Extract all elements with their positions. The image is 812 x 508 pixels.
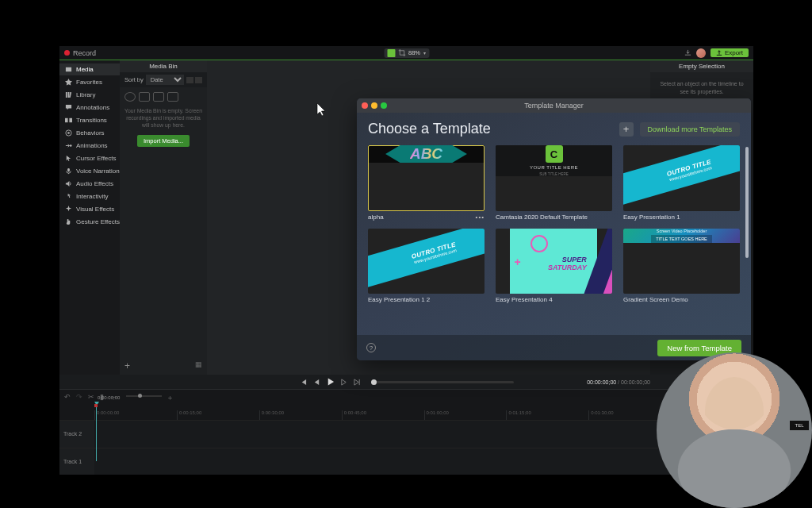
template-thumbnail[interactable]: CYOUR TITLE HERESUB TITLE HERE <box>496 145 612 211</box>
track-label[interactable]: Track 2 <box>59 421 94 448</box>
view-thumbnail-icon[interactable] <box>186 77 193 83</box>
audio-filter-icon[interactable] <box>153 92 164 102</box>
tools-sidebar: MediaFavoritesLibraryAnnotationsTransiti… <box>59 60 120 375</box>
sidebar-item-library[interactable]: Library <box>59 89 120 101</box>
sidebar-item-label: Library <box>76 91 95 98</box>
template-manager-window: Template Manager Choose a Template + Dow… <box>357 98 751 360</box>
sidebar-item-media[interactable]: Media <box>59 64 120 75</box>
undo-icon[interactable]: ↶ <box>64 393 71 400</box>
template-label: alpha <box>368 214 384 221</box>
template-thumbnail[interactable]: ABC <box>368 145 485 211</box>
add-media-button[interactable]: + <box>124 360 130 371</box>
properties-hint: Select an object on the timeline to see … <box>655 80 749 96</box>
media-bin-grid-icon[interactable]: ▦ <box>195 360 202 371</box>
ruler-tick: 0:00:30;00 <box>259 410 342 420</box>
modal-titlebar[interactable]: Template Manager <box>357 98 751 113</box>
sidebar-item-transitions[interactable]: Transitions <box>59 114 120 126</box>
template-thumbnail[interactable]: +SUPERSATURDAY <box>496 229 612 294</box>
export-button[interactable]: Export <box>710 48 749 57</box>
track-lane[interactable] <box>94 421 753 448</box>
sidebar-item-label: Media <box>76 66 94 73</box>
cut-icon[interactable]: ✂ <box>88 393 95 400</box>
canvas-toolbar[interactable]: 88% ▾ <box>384 48 429 58</box>
view-list-icon[interactable] <box>195 77 202 83</box>
next-clip-button[interactable] <box>353 378 362 387</box>
track-lane[interactable] <box>94 448 753 475</box>
timeline-zoom-slider[interactable] <box>126 395 162 397</box>
sidebar-item-favorites[interactable]: Favorites <box>59 76 120 88</box>
svg-rect-0 <box>66 67 71 71</box>
ruler-tick: 0:00:45;00 <box>342 410 424 420</box>
download-icon[interactable] <box>684 49 691 56</box>
canvas-preview[interactable]: Template Manager Choose a Template + Dow… <box>207 60 650 375</box>
ruler-tick: 0:00:00;00 <box>94 410 177 420</box>
template-more-icon[interactable]: ••• <box>476 214 485 221</box>
prev-clip-button[interactable] <box>299 378 308 387</box>
account-avatar[interactable] <box>696 48 706 58</box>
zoom-in-icon[interactable]: ＋ <box>167 393 174 400</box>
template-thumbnail[interactable]: Screen Video PlaceholderTITLE TEXT GOES … <box>623 229 740 294</box>
template-label: Gradient Screen Demo <box>623 296 688 303</box>
add-template-button[interactable]: + <box>619 122 634 137</box>
record-filter-icon[interactable] <box>124 92 136 102</box>
visual-effects-icon <box>65 206 72 213</box>
sidebar-item-label: Transitions <box>76 117 107 124</box>
track-label[interactable]: Track 1 <box>59 448 94 475</box>
media-bin-title: Media Bin <box>120 60 207 72</box>
template-card[interactable]: ABCalpha••• <box>368 145 485 221</box>
media-bin-empty-text: Your Media Bin is empty. Screen recordin… <box>120 106 207 130</box>
ruler-tick: 0:01:00;00 <box>424 410 507 420</box>
pointer-tool-icon[interactable] <box>387 49 395 57</box>
svg-rect-1 <box>65 118 68 122</box>
media-bin-sort-row: Sort by Date <box>120 72 207 87</box>
sidebar-item-cursor-effects[interactable]: Cursor Effects <box>59 152 120 164</box>
sidebar-item-visual-effects[interactable]: Visual Effects <box>59 203 120 215</box>
redo-icon[interactable]: ↷ <box>76 393 83 400</box>
play-button[interactable] <box>326 378 335 387</box>
playback-bar: 00:00:00;00 / 00:00:00;00 <box>59 375 753 389</box>
sidebar-item-interactivity[interactable]: Interactivity <box>59 190 120 202</box>
crop-tool-icon[interactable] <box>398 49 405 56</box>
video-filter-icon[interactable] <box>139 92 150 102</box>
sidebar-item-behaviors[interactable]: Behaviors <box>59 127 120 139</box>
timeline-toolbar: ↶ ↷ ✂ ▮ − ＋ <box>59 390 753 402</box>
chevron-down-icon[interactable]: ▾ <box>423 50 426 56</box>
step-forward-button[interactable] <box>339 378 348 387</box>
minimize-window-icon[interactable] <box>371 102 377 109</box>
media-type-filters <box>120 87 207 106</box>
template-card[interactable]: Screen Video PlaceholderTITLE TEXT GOES … <box>623 229 740 304</box>
library-icon <box>65 91 72 98</box>
timeline-ruler[interactable]: 0:00:00;000:00:15;000:00:30;000:00:45;00… <box>59 410 753 420</box>
sidebar-item-annotations[interactable]: Annotations <box>59 102 120 114</box>
behaviors-icon <box>65 129 72 137</box>
template-card[interactable]: OUTRO TITLEwww.yoursitehere.comEasy Pres… <box>368 229 485 304</box>
maximize-window-icon[interactable] <box>381 102 387 109</box>
timeline-track[interactable]: Track 2 <box>59 420 753 448</box>
image-filter-icon[interactable] <box>167 92 178 102</box>
help-icon[interactable]: ? <box>366 343 376 352</box>
template-card[interactable]: OUTRO TITLEwww.yoursitehere.comEasy Pres… <box>623 145 740 221</box>
sidebar-item-label: Voice Narration <box>76 167 120 175</box>
timeline-track[interactable]: Track 1 <box>59 448 753 475</box>
sidebar-item-label: Behaviors <box>76 129 105 137</box>
scrubber[interactable] <box>371 381 514 383</box>
record-button[interactable]: Record <box>73 49 96 57</box>
template-card[interactable]: CYOUR TITLE HERESUB TITLE HERECamtasia 2… <box>496 145 612 221</box>
template-thumbnail[interactable]: OUTRO TITLEwww.yoursitehere.com <box>623 145 740 211</box>
gesture-effects-icon <box>65 218 72 225</box>
download-more-templates-button[interactable]: Download more Templates <box>640 122 740 137</box>
step-back-button[interactable] <box>312 378 321 387</box>
template-thumbnail[interactable]: OUTRO TITLEwww.yoursitehere.com <box>368 229 485 294</box>
sidebar-item-animations[interactable]: Animations <box>59 140 120 152</box>
close-window-icon[interactable] <box>362 102 368 109</box>
webcam-badge: TEL <box>790 421 809 430</box>
sidebar-item-gesture-effects[interactable]: Gesture Effects <box>59 216 120 228</box>
sort-by-select[interactable]: Date <box>146 75 184 85</box>
import-media-button[interactable]: Import Media... <box>137 135 190 147</box>
sidebar-item-audio-effects[interactable]: Audio Effects <box>59 178 120 190</box>
zoom-percent[interactable]: 88% <box>408 49 420 56</box>
recording-marker <box>94 404 98 407</box>
template-card[interactable]: +SUPERSATURDAYEasy Presentation 4 <box>496 229 612 304</box>
svg-rect-6 <box>67 168 70 172</box>
sidebar-item-voice-narration[interactable]: Voice Narration <box>59 165 120 177</box>
